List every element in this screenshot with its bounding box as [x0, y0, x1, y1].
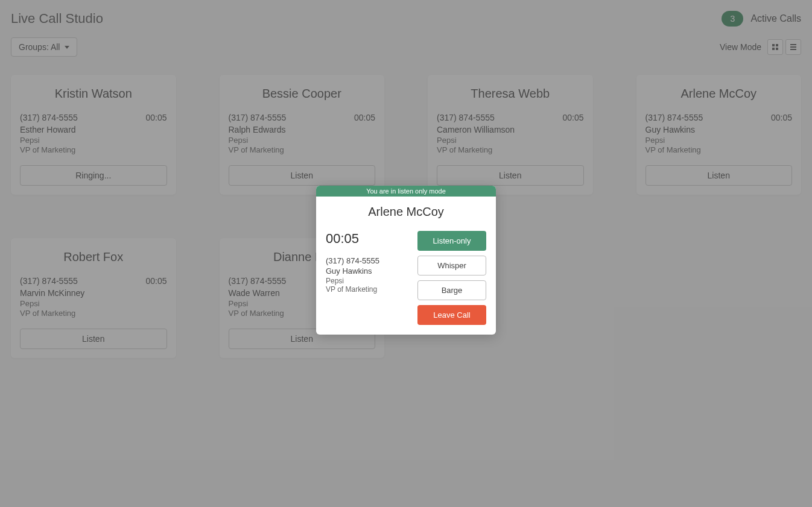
leave-call-button[interactable]: Leave Call — [417, 305, 486, 325]
modal-contact: Guy Hawkins — [326, 266, 409, 276]
modal-role: VP of Marketing — [326, 285, 409, 294]
modal-mode-banner: You are in listen only mode — [316, 186, 496, 197]
modal-timer: 00:05 — [326, 231, 409, 247]
listen-only-button[interactable]: Listen-only — [417, 231, 486, 251]
modal-company: Pepsi — [326, 277, 409, 285]
modal-phone: (317) 874-5555 — [326, 256, 409, 265]
call-modal: You are in listen only mode Arlene McCoy… — [316, 186, 496, 335]
whisper-button[interactable]: Whisper — [417, 256, 486, 276]
modal-caller-name: Arlene McCoy — [326, 205, 486, 219]
barge-button[interactable]: Barge — [417, 280, 486, 300]
modal-overlay[interactable]: You are in listen only mode Arlene McCoy… — [0, 0, 812, 507]
